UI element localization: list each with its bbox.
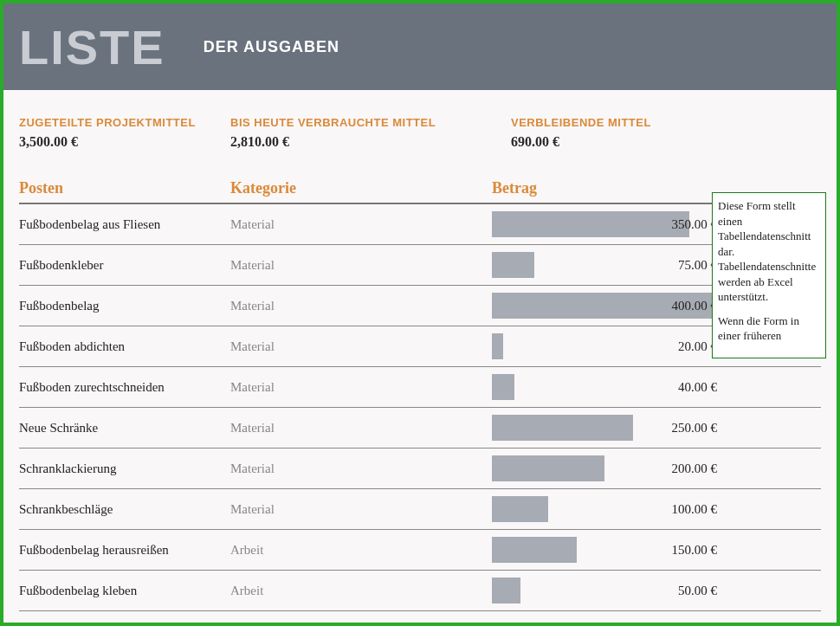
cell-kategorie: Material — [230, 461, 492, 476]
cell-kategorie: Material — [230, 299, 492, 313]
amount-label: 50.00 € — [678, 578, 717, 603]
table-row[interactable]: FußbodenbelagMaterial400.00 € — [19, 286, 821, 326]
cell-kategorie: Arbeit — [230, 584, 492, 598]
cell-kategorie: Material — [230, 380, 492, 395]
summary-remaining: VERBLEIBENDE MITTEL 690.00 € — [511, 116, 753, 150]
slicer-placeholder[interactable]: Diese Form stellt einen Tabellendatensch… — [712, 192, 826, 358]
cell-betrag: 150.00 € — [492, 530, 717, 570]
bar-holder: 200.00 € — [492, 455, 717, 481]
amount-label: 40.00 € — [678, 374, 717, 400]
cell-betrag: 100.00 € — [492, 489, 717, 529]
table-row[interactable]: Fußbodenbelag aus FliesenMaterial350.00 … — [19, 204, 821, 245]
data-bar — [492, 252, 534, 278]
table-row[interactable]: Fußboden zurechtschneidenMaterial40.00 € — [19, 367, 821, 408]
table-row[interactable]: Neue SchränkeMaterial250.00 € — [19, 408, 821, 449]
cell-kategorie: Arbeit — [230, 543, 492, 558]
table-body: Fußbodenbelag aus FliesenMaterial350.00 … — [19, 204, 821, 611]
data-bar — [492, 333, 503, 359]
bar-holder: 50.00 € — [492, 578, 717, 603]
cell-posten: Neue Schränke — [19, 421, 230, 436]
col-header-posten[interactable]: Posten — [19, 179, 230, 197]
table-row[interactable]: SchranklackierungMaterial200.00 € — [19, 449, 821, 489]
cell-kategorie: Material — [230, 339, 492, 354]
summary-spent-value: 2,810.00 € — [230, 134, 511, 150]
cell-betrag: 20.00 € — [492, 326, 717, 366]
bar-holder: 20.00 € — [492, 333, 717, 359]
cell-betrag: 50.00 € — [492, 571, 717, 610]
col-header-kategorie[interactable]: Kategorie — [230, 179, 492, 197]
summary-allocated: ZUGETEILTE PROJEKTMITTEL 3,500.00 € — [19, 116, 230, 150]
summary-row: ZUGETEILTE PROJEKTMITTEL 3,500.00 € BIS … — [3, 90, 837, 157]
summary-remaining-label: VERBLEIBENDE MITTEL — [511, 116, 753, 129]
title-sub: DER AUSGABEN — [204, 38, 339, 56]
cell-betrag: 250.00 € — [492, 408, 717, 448]
bar-holder: 100.00 € — [492, 496, 717, 522]
cell-betrag: 400.00 € — [492, 286, 717, 326]
cell-betrag: 75.00 € — [492, 245, 717, 285]
summary-allocated-value: 3,500.00 € — [19, 134, 230, 150]
data-bar — [492, 211, 689, 237]
bar-holder: 350.00 € — [492, 211, 717, 237]
cell-posten: Fußbodenbelag — [19, 299, 230, 313]
cell-posten: Fußbodenbelag herausreißen — [19, 543, 230, 558]
amount-label: 400.00 € — [672, 293, 718, 319]
document-frame: LISTE DER AUSGABEN ZUGETEILTE PROJEKTMIT… — [0, 0, 840, 626]
cell-kategorie: Material — [230, 217, 492, 232]
cell-posten: Fußbodenkleber — [19, 258, 230, 273]
col-header-betrag[interactable]: Betrag — [492, 179, 717, 197]
table-row[interactable]: Fußboden abdichtenMaterial20.00 € — [19, 326, 821, 367]
bar-holder: 75.00 € — [492, 252, 717, 278]
slicer-text-1: Diese Form stellt einen Tabellendatensch… — [718, 198, 820, 305]
data-bar — [492, 496, 548, 522]
slicer-text-2: Wenn die Form in einer früheren — [718, 313, 820, 344]
cell-kategorie: Material — [230, 502, 492, 517]
cell-posten: Fußbodenbelag aus Fliesen — [19, 217, 230, 232]
data-bar — [492, 537, 577, 563]
data-bar — [492, 455, 604, 481]
cell-posten: Fußbodenbelag kleben — [19, 584, 230, 598]
table-row[interactable]: Fußbodenbelag herausreißenArbeit150.00 € — [19, 530, 821, 571]
amount-label: 150.00 € — [672, 537, 718, 563]
cell-posten: Schranklackierung — [19, 461, 230, 476]
table-row[interactable]: Fußbodenbelag klebenArbeit50.00 € — [19, 571, 821, 611]
cell-betrag: 200.00 € — [492, 449, 717, 488]
data-bar — [492, 374, 514, 400]
cell-posten: Schrankbeschläge — [19, 502, 230, 517]
title-main: LISTE — [19, 19, 165, 75]
cell-posten: Fußboden zurechtschneiden — [19, 380, 230, 395]
bar-holder: 250.00 € — [492, 415, 717, 441]
cell-betrag: 350.00 € — [492, 204, 717, 244]
cell-posten: Fußboden abdichten — [19, 339, 230, 354]
summary-spent: BIS HEUTE VERBRAUCHTE MITTEL 2,810.00 € — [230, 116, 511, 150]
amount-label: 100.00 € — [672, 496, 718, 522]
table-header-row: Posten Kategorie Betrag — [19, 179, 821, 204]
table-row[interactable]: FußbodenkleberMaterial75.00 € — [19, 245, 821, 286]
summary-spent-label: BIS HEUTE VERBRAUCHTE MITTEL — [230, 116, 511, 129]
cell-kategorie: Material — [230, 258, 492, 273]
amount-label: 200.00 € — [672, 455, 718, 481]
data-bar — [492, 415, 633, 441]
bar-holder: 40.00 € — [492, 374, 717, 400]
bar-holder: 150.00 € — [492, 537, 717, 563]
cell-betrag: 40.00 € — [492, 367, 717, 407]
cell-kategorie: Material — [230, 421, 492, 436]
bar-holder: 400.00 € — [492, 293, 717, 319]
amount-label: 250.00 € — [672, 415, 718, 441]
header-bar: LISTE DER AUSGABEN — [3, 3, 837, 90]
data-bar — [492, 578, 520, 603]
summary-remaining-value: 690.00 € — [511, 134, 753, 150]
amount-label: 350.00 € — [672, 211, 718, 237]
table-row[interactable]: SchrankbeschlägeMaterial100.00 € — [19, 489, 821, 530]
summary-allocated-label: ZUGETEILTE PROJEKTMITTEL — [19, 116, 230, 129]
